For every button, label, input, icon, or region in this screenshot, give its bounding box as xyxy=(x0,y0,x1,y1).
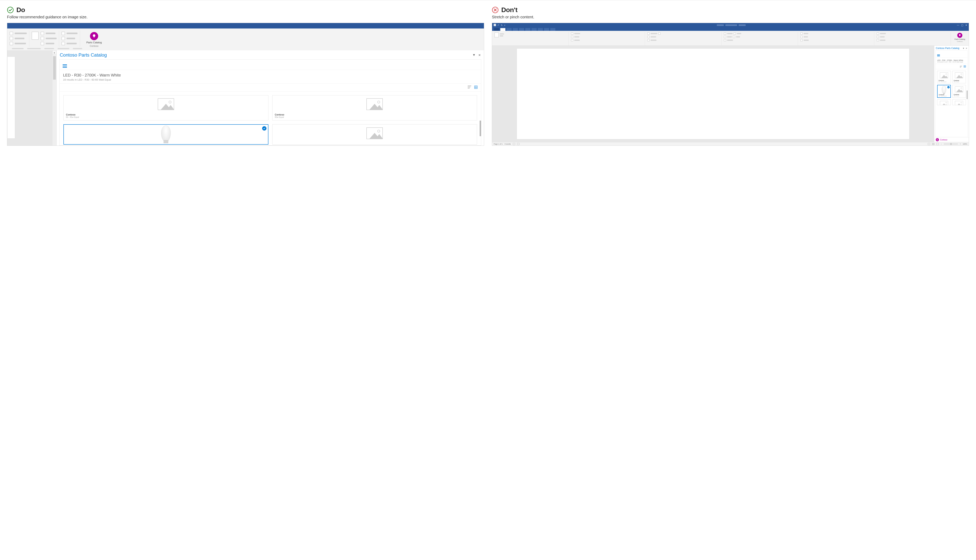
list-view-icon[interactable] xyxy=(960,65,962,68)
product-card[interactable] xyxy=(937,99,951,105)
svg-point-0 xyxy=(7,7,13,13)
product-card[interactable] xyxy=(953,99,966,105)
product-card[interactable]: Contoso 60 - 65w Equal xyxy=(937,71,951,83)
undo-icon[interactable]: ↶ xyxy=(497,24,499,27)
image-placeholder-icon xyxy=(940,72,948,78)
taskpane: Contoso Parts Catalog ▼ ✕ LED - R30 - 27… xyxy=(934,46,969,142)
breadcrumb: LED - R30 - 2700K - Warm White 16 result… xyxy=(60,70,481,84)
pane-scrollbar[interactable] xyxy=(480,121,481,136)
zoom-level: 100% xyxy=(963,143,967,145)
tab[interactable] xyxy=(550,28,556,31)
product-card-selected[interactable] xyxy=(63,124,269,145)
image-placeholder-icon xyxy=(955,101,963,105)
ribbon-addin-label: Parts Catalog xyxy=(87,41,102,44)
image-placeholder-icon xyxy=(366,98,383,110)
document-page xyxy=(7,57,15,138)
card-desc: 85w Equal xyxy=(953,95,966,97)
app-icon xyxy=(494,24,496,27)
zoom-in-icon[interactable]: + xyxy=(960,143,961,145)
product-card[interactable]: Contoso 85w Equal xyxy=(953,85,966,98)
status-icon[interactable] xyxy=(517,143,519,145)
breadcrumb-title: LED - R30 - 2700K - Warm White xyxy=(937,59,966,61)
do-heading: Do xyxy=(17,6,25,14)
ribbon-addin-button[interactable]: Parts Catalog Contoso xyxy=(953,32,966,42)
do-column: Do Follow recommended guidance on image … xyxy=(7,6,484,146)
tab[interactable] xyxy=(513,28,518,31)
do-mock-window: Parts Catalog Contoso ▲ xyxy=(7,23,484,146)
scroll-thumb[interactable] xyxy=(53,56,56,80)
lightbulb-icon xyxy=(90,32,98,40)
tab[interactable] xyxy=(507,28,512,31)
grid-view-icon[interactable] xyxy=(474,86,477,90)
ribbon-addin-button[interactable]: Parts Catalog Contoso xyxy=(82,32,106,47)
svg-rect-3 xyxy=(494,24,496,26)
card-brand: Contoso xyxy=(953,94,966,95)
view-mode-icon[interactable] xyxy=(936,143,939,145)
dont-subtitle: Stretch or pinch content. xyxy=(492,15,969,19)
hamburger-menu-icon[interactable] xyxy=(63,64,67,68)
view-mode-icon[interactable] xyxy=(928,143,930,145)
tab-file[interactable] xyxy=(494,28,499,31)
tab[interactable] xyxy=(519,28,524,31)
product-card[interactable]: Contoso 60 - 65w Equal xyxy=(63,95,269,120)
zoom-out-icon[interactable]: − xyxy=(941,143,942,145)
image-placeholder-icon xyxy=(955,72,963,78)
tab[interactable] xyxy=(544,28,549,31)
card-brand: Contoso xyxy=(953,80,966,81)
taskpane-close-icon[interactable]: ✕ xyxy=(478,53,481,57)
do-body-area: ▲ Contoso Parts Catalog ▼ ✕ xyxy=(7,50,484,145)
taskpane-title: Contoso Parts Catalog xyxy=(60,52,107,58)
tab[interactable] xyxy=(538,28,543,31)
tab[interactable] xyxy=(532,28,537,31)
card-desc: 60 - 65w Equal xyxy=(938,95,951,97)
image-placeholder-icon xyxy=(366,127,383,139)
card-desc: 85w Equal xyxy=(953,81,966,82)
check-icon xyxy=(947,86,950,88)
status-bar: Page 1 of 1 0 words − + 100% xyxy=(492,142,969,145)
maximize-icon[interactable]: ▢ xyxy=(961,24,963,27)
ribbon-tabs xyxy=(492,27,969,31)
product-card[interactable] xyxy=(272,124,477,145)
pane-scrollbar[interactable] xyxy=(967,90,968,99)
repeat-icon[interactable]: ↻ xyxy=(501,24,503,27)
tab-home[interactable] xyxy=(500,28,506,31)
view-mode-icon[interactable] xyxy=(932,143,934,145)
card-brand: Contoso xyxy=(272,113,477,116)
taskpane-dropdown-icon[interactable]: ▼ xyxy=(963,47,964,49)
image-placeholder-icon xyxy=(955,87,963,92)
brand-avatar-icon: C xyxy=(936,138,939,141)
breadcrumb-subtitle: 16 results in LED - R30 - 60-65 Watt Equ… xyxy=(63,78,477,81)
card-desc: 85w Equal xyxy=(272,116,477,118)
card-brand: Contoso xyxy=(938,80,951,81)
status-icon[interactable] xyxy=(513,143,515,145)
grid-view-icon[interactable] xyxy=(964,65,966,68)
word-titlebar: ↶ ↻ ▾ — ▢ ✕ xyxy=(492,23,969,27)
taskpane-close-icon[interactable]: ✕ xyxy=(966,47,967,49)
product-card[interactable]: Contoso 85w Equal xyxy=(272,95,477,120)
hamburger-menu-icon[interactable] xyxy=(937,55,940,57)
minimize-icon[interactable]: — xyxy=(957,24,959,27)
vertical-scrollbar[interactable]: ▲ xyxy=(52,50,57,145)
card-desc: 60 - 65w Equal xyxy=(63,116,268,118)
zoom-slider[interactable] xyxy=(944,144,958,144)
dont-heading: Don't xyxy=(501,6,517,14)
dont-column: Don't Stretch or pinch content. ↶ ↻ ▾ — … xyxy=(492,6,969,146)
do-heading-row: Do xyxy=(7,6,484,14)
x-circle-icon xyxy=(492,7,499,13)
product-card[interactable]: Contoso 85w Equal xyxy=(953,71,966,83)
taskpane-dropdown-icon[interactable]: ▼ xyxy=(472,53,475,57)
close-icon[interactable]: ✕ xyxy=(965,24,967,27)
ribbon-addin-sublabel: Contoso xyxy=(957,41,963,42)
list-view-icon[interactable] xyxy=(468,86,471,90)
tab[interactable] xyxy=(525,28,531,31)
image-placeholder-icon xyxy=(158,98,174,110)
scroll-up-icon[interactable]: ▲ xyxy=(52,50,57,55)
check-icon xyxy=(262,126,267,130)
footer-brand: Contoso xyxy=(940,139,947,141)
lightbulb-product-icon xyxy=(161,125,171,142)
card-desc: 60 - 65w Equal xyxy=(938,81,951,82)
status-words: 0 words xyxy=(505,143,511,145)
word-ribbon: Parts Catalog Contoso xyxy=(492,31,969,46)
taskpane-footer: C Contoso xyxy=(934,137,969,142)
product-card-selected[interactable]: Contoso 60 - 65w Equal xyxy=(937,85,951,98)
